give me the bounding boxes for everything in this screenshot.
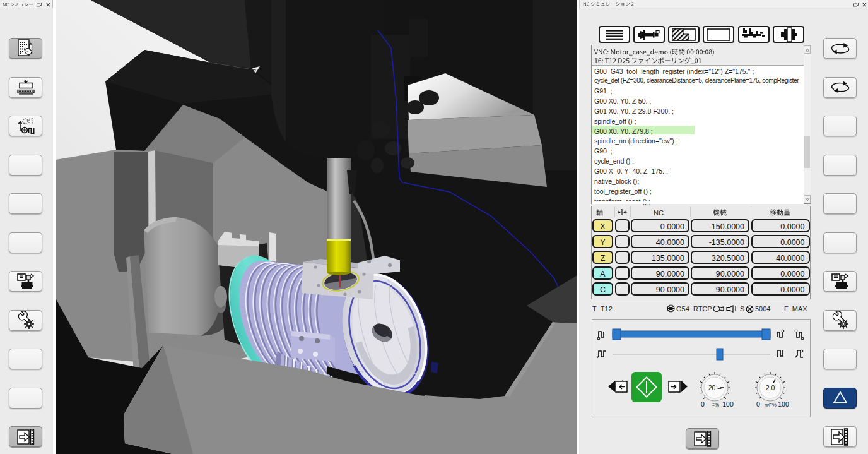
svg-text:∷%: ∷% [712, 402, 719, 408]
svg-text:0: 0 [701, 400, 705, 408]
svg-text:0: 0 [756, 400, 760, 408]
svg-text:wF%: wF% [765, 402, 777, 408]
svg-text:20 –: 20 – [708, 384, 722, 391]
svg-text:2.0: 2.0 [766, 384, 775, 391]
svg-text:100: 100 [722, 400, 734, 408]
svg-text:100: 100 [778, 400, 789, 408]
